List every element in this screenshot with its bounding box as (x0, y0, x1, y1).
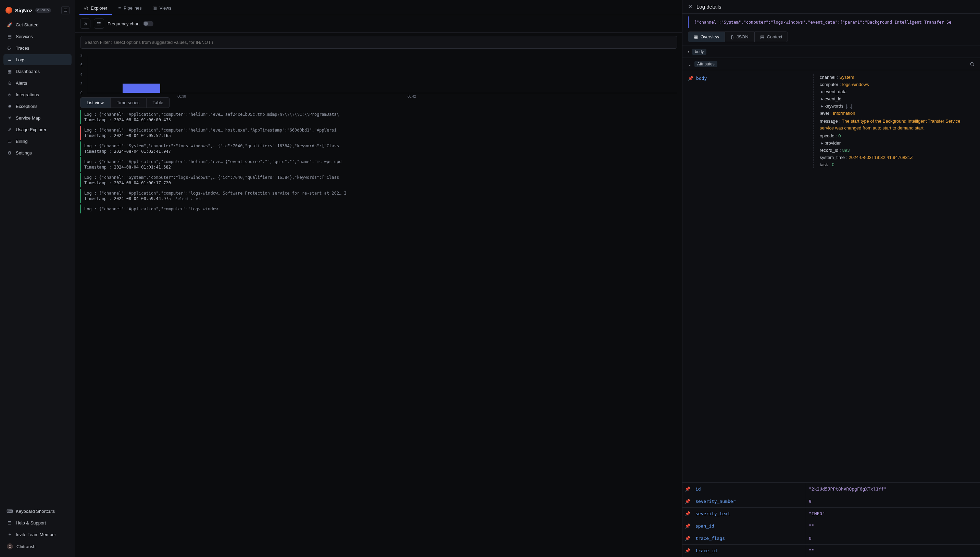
tree-row-event-id[interactable]: ▸event_id (820, 95, 975, 103)
tree-row-system-time[interactable]: system_time:2024-08-03T19:32:41.9476831Z (820, 154, 975, 161)
kv-row[interactable]: 📌trace_id"" (683, 545, 980, 557)
chart-bar[interactable] (123, 83, 160, 93)
sidebar-item-get-started[interactable]: 🚀Get Started (3, 19, 72, 30)
kv-row[interactable]: 📌id"2k2Ud5JPPt8hVRQpgF6gXTxl1Yf" (683, 483, 980, 495)
tree-suffix: [...] (845, 103, 854, 109)
sidebar-item-settings[interactable]: ⚙Settings (3, 147, 72, 158)
kv-row[interactable]: 📌severity_number9 (683, 495, 980, 508)
pin-button[interactable]: 📌 (688, 76, 693, 81)
log-timestamp-line: Timestamp : 2024-08-04 01:02:41.947 (84, 149, 674, 154)
sidebar-item-alerts[interactable]: 🕭Alerts (3, 77, 72, 88)
pin-button[interactable]: 📌 (685, 487, 690, 492)
chevron-right-icon: › (688, 49, 689, 54)
tree-value: 2024-08-03T19:32:41.9476831Z (849, 155, 913, 160)
log-body-preview: Log : {"channel":"Application","computer… (84, 128, 674, 133)
log-row[interactable]: Log : {"channel":"Application","computer… (80, 126, 677, 140)
gear-icon: ⚙ (7, 150, 12, 156)
tree-row-record-id[interactable]: record_id:893 (820, 147, 975, 154)
expand-icon[interactable]: ▸ (820, 140, 824, 146)
log-row[interactable]: Log : {"channel":"Application","computer… (80, 205, 677, 213)
panels-icon: ▥ (153, 5, 157, 11)
sidebar-item-usage-explorer[interactable]: ⬀Usage Explorer (3, 124, 72, 135)
log-row[interactable]: Log : {"channel":"Application","computer… (80, 110, 677, 124)
pin-button[interactable]: 📌 (685, 523, 690, 529)
tree-row-opcode[interactable]: opcode:0 (820, 132, 975, 139)
log-row[interactable]: Log : {"channel":"System","computer":"lo… (80, 142, 677, 156)
frequency-chart-toggle[interactable] (143, 21, 153, 26)
kv-key: severity_text (693, 508, 806, 520)
detail-tab-json[interactable]: {}JSON (725, 31, 754, 42)
pin-button[interactable]: 📌 (685, 511, 690, 516)
kv-row[interactable]: 📌trace_flags0 (683, 533, 980, 545)
expand-icon[interactable]: ▸ (820, 96, 824, 101)
bar-chart-icon: ▤ (7, 34, 12, 39)
tree-row-keywords[interactable]: ▸keywords [...] (820, 103, 975, 110)
histogram-button[interactable]: ☳ (94, 18, 104, 29)
kv-key: severity_number (693, 495, 806, 507)
log-timestamp-line: Timestamp : 2024-08-04 01:05:52.165 (84, 133, 674, 138)
tab-views[interactable]: ▥Views (148, 2, 176, 15)
search-attributes-button[interactable] (970, 62, 975, 67)
tree-value: 893 (842, 148, 850, 153)
view-tab-time-series[interactable]: Time series (110, 97, 146, 108)
kv-key: id (693, 483, 806, 495)
xtick: 00:42 (408, 94, 416, 98)
view-tab-list[interactable]: List view (80, 97, 110, 108)
sidebar-collapse-button[interactable] (61, 6, 70, 15)
view-tab-table[interactable]: Table (146, 97, 170, 108)
ytick: 0 (80, 91, 83, 95)
tree-row-provider[interactable]: ▸provider (820, 139, 975, 147)
log-row[interactable]: Log : {"channel":"System","computer":"lo… (80, 173, 677, 187)
log-body-preview: Log : {"channel":"Application","computer… (84, 112, 674, 117)
kv-row[interactable]: 📌span_id"" (683, 520, 980, 533)
tree-row-channel[interactable]: channel:System (820, 74, 975, 81)
search-input[interactable] (80, 36, 677, 49)
sidebar-item-logs[interactable]: ≣Logs (3, 54, 72, 65)
sidebar-item-services[interactable]: ▤Services (3, 31, 72, 42)
pin-button[interactable]: 📌 (685, 536, 690, 541)
tree-row-level[interactable]: level:Information (820, 110, 975, 117)
tree-row-event-data[interactable]: ▸event_data (820, 88, 975, 95)
sidebar-item-label: Settings (16, 150, 32, 156)
close-button[interactable]: ✕ (688, 3, 692, 10)
tree-value: 0 (832, 162, 834, 167)
sidebar-item-dashboards[interactable]: ▦Dashboards (3, 66, 72, 77)
detail-tab-context[interactable]: ▤Context (754, 31, 788, 42)
sidebar-item-help-support[interactable]: ☰Help & Support (3, 517, 72, 528)
kv-row[interactable]: 📌severity_text"INFO" (683, 508, 980, 520)
section-attributes-header[interactable]: ⌄ Attributes (683, 58, 980, 70)
sidebar-item-label: Usage Explorer (16, 127, 47, 132)
log-row[interactable]: Log : {"channel":"Application","computer… (80, 157, 677, 172)
sidebar-item-label: Billing (16, 139, 28, 144)
pin-button[interactable]: 📌 (685, 499, 690, 504)
sidebar-item-service-map[interactable]: ↯Service Map (3, 112, 72, 123)
log-list[interactable]: Log : {"channel":"Application","computer… (75, 110, 682, 557)
chart-area[interactable]: 0 2 4 6 8 00:38 00:42 (87, 55, 677, 93)
log-body-preview: Log : {"channel":"System","computer":"lo… (84, 143, 674, 148)
query-builder-button[interactable]: ⎚ (80, 18, 90, 29)
details-kv-table: 📌id"2k2Ud5JPPt8hVRQpgF6gXTxl1Yf"📌severit… (683, 483, 980, 557)
section-body-header[interactable]: › body (683, 46, 980, 58)
sidebar-item-billing[interactable]: ▭Billing (3, 136, 72, 147)
sidebar-item-user[interactable]: CChitransh (3, 541, 72, 552)
tab-pipelines[interactable]: ≡Pipelines (113, 2, 146, 15)
sidebar-item-keyboard-shortcuts[interactable]: ⌨Keyboard Shortcuts (3, 506, 72, 516)
tab-label: Overview (700, 34, 719, 39)
detail-tab-overview[interactable]: ▦Overview (688, 31, 725, 42)
expand-icon[interactable]: ▸ (820, 103, 824, 109)
tab-label: JSON (736, 34, 749, 39)
tree-row-computer[interactable]: computer:logs-windows (820, 81, 975, 88)
sidebar-item-exceptions[interactable]: ✸Exceptions (3, 101, 72, 112)
log-row[interactable]: Log : {"channel":"Application","computer… (80, 189, 677, 203)
tab-explorer[interactable]: ◎Explorer (80, 2, 112, 15)
expand-icon[interactable]: ▸ (820, 89, 824, 94)
pin-button[interactable]: 📌 (685, 548, 690, 553)
raw-log-preview: {"channel":"System","computer":"logs-win… (688, 16, 975, 28)
sidebar-item-traces[interactable]: ⌱Traces (3, 42, 72, 54)
sidebar-item-integrations[interactable]: ⎋Integrations (3, 89, 72, 100)
tree-row-task[interactable]: task:0 (820, 161, 975, 168)
tree-row-message[interactable]: message:The start type of the Background… (820, 117, 975, 132)
brand-logo-icon (5, 7, 12, 14)
sidebar-item-label: Get Started (16, 22, 38, 28)
sidebar-item-invite-team-member[interactable]: ＋Invite Team Member (3, 529, 72, 540)
